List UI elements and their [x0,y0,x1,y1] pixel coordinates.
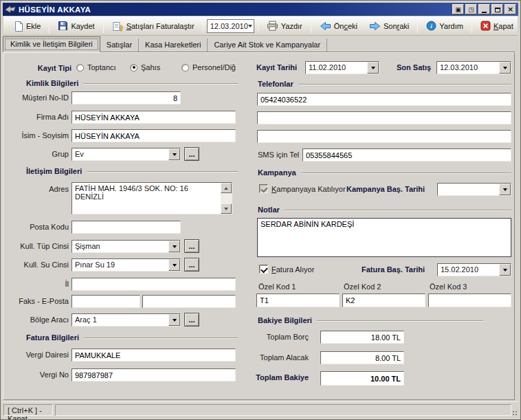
arrow-left-icon [320,21,331,31]
su-cinsi-browse-button[interactable]: ... [184,258,199,272]
arrow-right-icon [369,21,381,31]
radio-personel-dig[interactable]: Personel/Diğ [181,63,236,71]
toplam-bakiye-input[interactable] [320,371,404,386]
section-notlar: Notlar [258,206,511,214]
su-cinsi-combo[interactable]: Pınar Su 19 [71,258,181,272]
bolge-araci-browse-button[interactable]: ... [184,313,199,327]
dropdown-arrow-icon[interactable] [168,148,180,160]
fatura-bas-tarihi-combo[interactable]: 15.02.2010 [437,263,511,276]
kampanyaya-katiliyor-label: Kampanyaya Katılıyor [271,185,346,193]
sms-tel-label: SMS için Tel [258,151,299,159]
titlebar[interactable]: HÜSEYİN AKKAYA ▣ ◳ × [3,3,518,16]
grup-combo[interactable]: Ev [71,148,181,161]
toplam-alacak-label: Toplam Alacak [243,353,309,362]
notlar-textarea[interactable]: SERDAR ABİNİN KARDEŞİ [257,218,511,257]
maximize-button[interactable] [491,4,503,14]
close-icon: × [507,5,513,14]
son-satis-combo[interactable]: 12.03.2010 [436,61,511,74]
kampanyaya-katiliyor-checkbox[interactable] [259,184,268,193]
invoice-icon [112,21,124,32]
toplam-bakiye-label: Toplam Bakiye [236,373,309,382]
posta-kodu-input[interactable] [71,221,181,234]
telefon-1-input[interactable] [257,93,511,106]
adres-textarea[interactable]: FATİH MAH. 1946/3 SOK. NO: 16 DENİZLİ [71,182,232,214]
sms-tel-input[interactable] [302,148,511,162]
tup-cinsi-combo[interactable]: Şişman [71,240,181,253]
close-button[interactable]: × [505,4,516,14]
grup-browse-button[interactable]: ... [184,147,199,161]
radio-circle-icon [130,64,137,71]
help-button[interactable]: i Yardım [421,18,468,34]
telefon-2-input[interactable] [257,111,511,124]
next-button[interactable]: Sonraki [364,19,414,34]
add-button[interactable]: Ekle [9,18,45,34]
resize-grip-icon[interactable] [511,410,518,416]
dropdown-arrow-icon[interactable] [499,264,511,276]
tab-cariye-stok-kampanyalar[interactable]: Cariye Ait Stok ve Kampanyalar [208,38,327,52]
dropdown-arrow-icon[interactable] [367,62,379,74]
toolbar-separator [203,19,203,33]
radio-circle-icon [181,64,189,71]
window-title: HÜSEYİN AKKAYA [19,5,91,14]
posta-kodu-label: Posta Kodu [8,223,69,231]
eposta-input[interactable] [142,295,236,308]
radio-toptanci[interactable]: Toptancı [76,63,116,71]
minimize-button[interactable] [478,4,490,14]
statusbar-empty-panel [55,404,511,416]
close-form-button[interactable]: Kapat [476,18,518,34]
dropdown-arrow-icon[interactable] [168,314,180,326]
previous-button[interactable]: Önceki [315,19,362,34]
vergi-dairesi-input[interactable] [71,349,236,362]
print-button[interactable]: Yazdır [262,18,307,34]
tab-kimlik-ve-iletisim[interactable]: Kimlik ve İletişim Bilgileri [3,36,100,52]
ozel-kod-3-label: Özel Kod 3 [430,283,467,291]
faks-input[interactable] [71,295,140,308]
fatura-aliyor-checkbox[interactable] [259,265,268,274]
il-input[interactable] [71,278,236,291]
window-float-button[interactable]: ◳ [465,4,477,14]
scroll-up-icon[interactable] [221,183,232,193]
radio-sahis[interactable]: Şahıs [130,63,160,71]
telefon-3-input[interactable] [257,130,511,143]
vergi-no-label: Vergi No [8,371,69,379]
toplam-borc-input[interactable] [320,331,404,344]
section-fatura-bilgileri: Fatura Bilgileri [26,333,238,342]
statusbar: [ Ctrl+K ] - Kapat [3,401,518,417]
tab-satislar[interactable]: Satışlar [100,38,139,52]
isim-soyisim-input[interactable] [71,129,236,142]
invoice-sales-button[interactable]: Satışları Faturalaştır [107,18,199,34]
vergi-no-input[interactable] [71,368,236,382]
kampanya-bas-tarihi-combo[interactable] [437,183,511,196]
tup-cinsi-browse-button[interactable]: ... [184,239,199,253]
firma-adi-input[interactable] [71,111,236,124]
kayit-tarihi-combo[interactable]: 11.02.2010 [305,61,379,74]
il-label: İl [8,280,69,288]
dropdown-arrow-icon[interactable] [499,62,511,74]
dropdown-arrow-icon[interactable] [168,259,180,271]
kayit-tipi-label: Kayıt Tipi [11,64,71,72]
musteri-no-input[interactable] [71,91,181,104]
tab-kasa-hareketleri[interactable]: Kasa Hareketleri [139,38,208,52]
bolge-araci-combo[interactable]: Araç 1 [71,313,181,327]
maximize-icon [495,8,500,12]
dropdown-arrow-icon[interactable] [168,241,180,252]
kampanya-bas-tarihi-label: Kampanya Baş. Tarihi [346,185,425,193]
toolbar-separator [103,19,104,33]
ozel-kod-1-input[interactable] [256,294,340,307]
window-restore-down-button[interactable]: ▣ [452,4,464,14]
section-kimlik-bilgileri: Kimlik Bilgileri [26,79,238,87]
toplam-alacak-input[interactable] [320,351,404,364]
ozel-kod-2-input[interactable] [342,294,425,307]
toolbar-date-combo[interactable]: 12.03.2010 [207,19,254,33]
close-red-icon [480,21,491,31]
save-button[interactable]: Kaydet [53,18,99,34]
son-satis-label: Son Satış [397,63,431,71]
ozel-kod-3-input[interactable] [428,294,511,307]
printer-icon [267,21,278,31]
app-icon [5,5,16,14]
isim-soyisim-label: İsim - Soyisim [8,131,69,140]
scroll-down-icon[interactable] [221,203,232,214]
dropdown-arrow-icon[interactable] [499,184,511,195]
adres-scrollbar[interactable] [221,183,232,214]
toolbar-separator [258,19,258,33]
